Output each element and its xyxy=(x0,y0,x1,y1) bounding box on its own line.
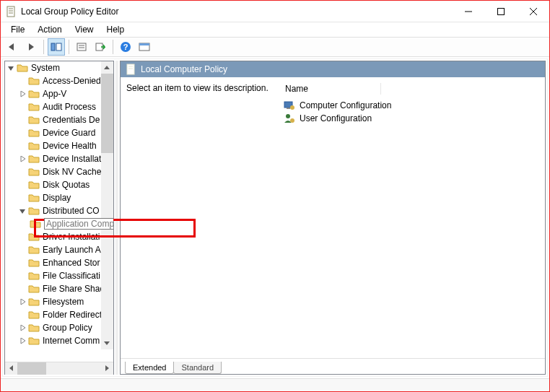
tree-horizontal-scrollbar[interactable] xyxy=(5,362,113,374)
details-pane: Local Computer Policy Select an item to … xyxy=(120,61,546,375)
tree-label: System xyxy=(31,61,60,74)
tree-node[interactable]: App-V xyxy=(5,87,113,100)
svg-rect-18 xyxy=(127,64,134,74)
tree-node[interactable]: Group Policy xyxy=(5,321,113,334)
tree-node[interactable]: ▸Disk NV Cache xyxy=(5,165,113,178)
back-button[interactable] xyxy=(4,38,21,56)
expand-icon[interactable] xyxy=(18,297,27,306)
tab-standard[interactable]: Standard xyxy=(173,362,222,374)
tree-label: App-V xyxy=(43,87,66,100)
tree-node[interactable]: ▸File Share Shad xyxy=(5,282,113,295)
tree-node[interactable]: Internet Comm xyxy=(5,334,113,347)
tree-node[interactable]: ▸Device Guard xyxy=(5,126,113,139)
filter-button[interactable] xyxy=(136,38,153,56)
menu-action[interactable]: Action xyxy=(32,24,67,35)
list-item[interactable]: Computer Configuration xyxy=(284,99,539,112)
expand-icon[interactable] xyxy=(18,154,27,163)
tree-node[interactable]: ▸Device Health xyxy=(5,139,113,152)
tree-label: Credentials De xyxy=(43,113,100,126)
properties-button[interactable] xyxy=(73,38,90,56)
help-button[interactable]: ? xyxy=(117,38,134,56)
tree-node-system[interactable]: System xyxy=(5,61,113,74)
expand-icon[interactable] xyxy=(18,90,27,98)
app-icon xyxy=(5,6,17,17)
tree-node-editing[interactable] xyxy=(5,217,113,230)
tree-node[interactable]: ▸File Classificati xyxy=(5,269,113,282)
folder-icon xyxy=(28,310,40,320)
tree-label: Access-Denied xyxy=(43,74,101,87)
tree-node[interactable]: ▸Folder Redirect xyxy=(5,308,113,321)
tree-label: Folder Redirect xyxy=(43,308,102,321)
tree-node[interactable]: ▸Driver Installati xyxy=(5,230,113,243)
svg-text:?: ? xyxy=(123,43,128,51)
splitter[interactable] xyxy=(115,61,118,375)
tree-node[interactable]: Filesystem xyxy=(5,295,113,308)
folder-icon xyxy=(28,167,40,177)
menu-file[interactable]: File xyxy=(5,24,30,35)
scroll-up-button[interactable] xyxy=(101,61,113,74)
scroll-left-button[interactable] xyxy=(5,362,17,375)
menu-help[interactable]: Help xyxy=(101,24,131,35)
export-button[interactable] xyxy=(92,38,109,56)
column-header-name[interactable]: Name xyxy=(284,83,381,95)
scroll-right-button[interactable] xyxy=(101,362,113,375)
maximize-button[interactable] xyxy=(484,1,517,22)
menu-view[interactable]: View xyxy=(69,24,100,35)
folder-icon xyxy=(28,193,40,203)
tree-label: Internet Comm xyxy=(43,334,100,347)
svg-line-7 xyxy=(530,8,537,15)
minimize-button[interactable] xyxy=(452,1,484,22)
expand-icon[interactable] xyxy=(18,336,27,345)
folder-icon xyxy=(28,232,40,242)
tree-label: Disk NV Cache xyxy=(43,165,101,178)
list-item[interactable]: User Configuration xyxy=(284,112,539,125)
tree-label: Disk Quotas xyxy=(43,178,90,191)
tree-label: Filesystem xyxy=(43,295,84,308)
folder-icon xyxy=(17,63,28,73)
tree-node[interactable]: ▸Enhanced Stor xyxy=(5,256,113,269)
menubar: File Action View Help xyxy=(1,22,549,37)
folder-icon xyxy=(28,154,40,164)
close-button[interactable] xyxy=(517,1,549,22)
folder-icon xyxy=(28,115,40,125)
scroll-thumb[interactable] xyxy=(101,74,113,153)
tree-label: Group Policy xyxy=(43,321,92,334)
scroll-track[interactable] xyxy=(101,74,113,337)
tree-node[interactable]: ▸Access-Denied xyxy=(5,74,113,87)
tree-node[interactable]: ▸Disk Quotas xyxy=(5,178,113,191)
collapse-icon[interactable] xyxy=(18,206,27,215)
tree-node[interactable]: ▸Display xyxy=(5,191,113,204)
tree-node[interactable]: Device Installat xyxy=(5,152,113,165)
svg-point-25 xyxy=(290,118,294,123)
tree-label: Device Health xyxy=(43,139,97,152)
details-title: Local Computer Policy xyxy=(141,64,227,74)
forward-button[interactable] xyxy=(22,38,40,56)
folder-icon xyxy=(28,284,40,294)
tree-label: Distributed CO xyxy=(43,204,100,217)
tree-node[interactable]: ▸Credentials De xyxy=(5,113,113,126)
folder-icon xyxy=(28,297,40,307)
tree[interactable]: System ▸Access-Denied App-V ▸Audit Proce… xyxy=(5,61,113,347)
folder-icon xyxy=(28,245,40,255)
scroll-track[interactable] xyxy=(17,362,101,375)
show-tree-button[interactable] xyxy=(48,38,65,56)
svg-rect-17 xyxy=(139,43,149,45)
tree-node[interactable]: ▸Audit Process xyxy=(5,100,113,113)
svg-rect-10 xyxy=(77,43,86,51)
collapse-icon[interactable] xyxy=(6,64,15,72)
scroll-thumb[interactable] xyxy=(17,362,46,375)
tree-label: Display xyxy=(43,191,71,204)
rename-input[interactable] xyxy=(44,218,113,230)
tree-node-dcom[interactable]: Distributed CO xyxy=(5,204,113,217)
tree-node[interactable]: ▸Early Launch A xyxy=(5,243,113,256)
computer-config-icon xyxy=(284,100,295,111)
scroll-down-button[interactable] xyxy=(101,337,113,349)
expand-icon[interactable] xyxy=(18,323,27,332)
tab-extended[interactable]: Extended xyxy=(125,362,174,374)
tree-label: Audit Process xyxy=(43,100,96,113)
folder-icon xyxy=(28,89,40,99)
toolbar: ? xyxy=(1,37,549,57)
tree-vertical-scrollbar[interactable] xyxy=(101,61,113,349)
policy-icon xyxy=(125,64,136,75)
details-header: Local Computer Policy xyxy=(121,61,545,77)
